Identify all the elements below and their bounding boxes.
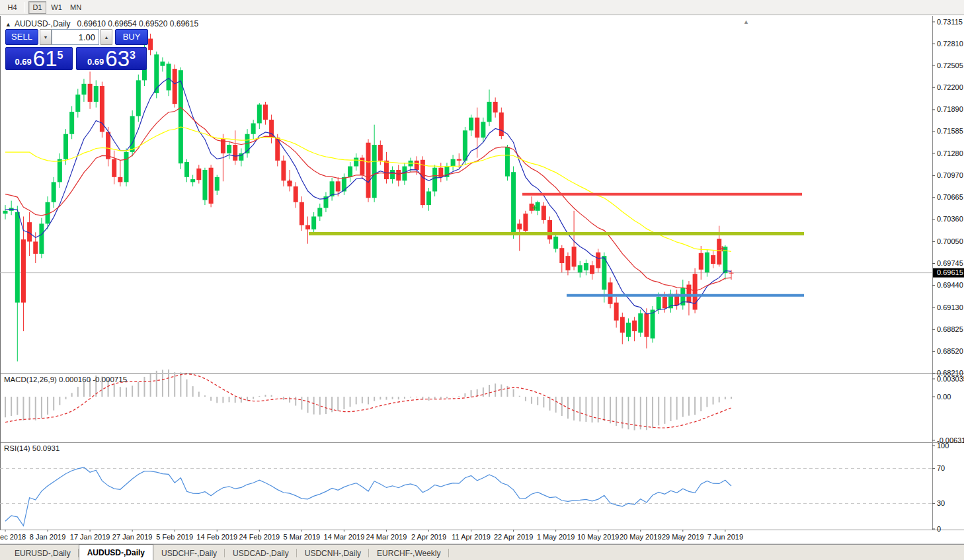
candle [311, 216, 316, 229]
sell-price-main: 61 [33, 49, 58, 69]
candle [88, 84, 93, 102]
date-label: 10 May 2019 [577, 533, 620, 541]
chart-tab-usdcad-daily[interactable]: USDCAD-,Daily [225, 546, 297, 560]
candle [378, 145, 383, 161]
candle [148, 38, 153, 50]
candle [711, 255, 715, 264]
svg-text:0.71280: 0.71280 [937, 149, 963, 157]
buy-price-panel[interactable]: 0.69 63 3 [76, 47, 147, 70]
date-label: 24 Mar 2019 [366, 533, 407, 541]
candle [106, 132, 110, 159]
date-label: 24 Feb 2019 [239, 533, 280, 541]
macd-indicator-label: MACD(12,26,9) 0.000160 -0.000715 [4, 376, 127, 383]
candle [469, 118, 473, 131]
date-label: 5 Mar 2019 [284, 533, 321, 541]
chart-title: ▲AUDUSD-,Daily0.69610 0.69654 0.69520 0.… [5, 19, 198, 28]
toolbar-separator [24, 2, 25, 13]
candle [94, 86, 99, 102]
date-label: 14 Feb 2019 [196, 533, 237, 541]
candle [475, 118, 479, 138]
chart-scroll-marker-icon[interactable]: ▲ [743, 19, 749, 25]
date-label: 8 Jan 2019 [30, 533, 65, 541]
candle [699, 253, 703, 270]
timeframe-button-mn[interactable]: MN [67, 1, 85, 14]
candle [354, 158, 358, 167]
candle [686, 285, 691, 303]
candle [173, 69, 177, 104]
candle [415, 161, 419, 170]
chart-tab-eurusd-daily[interactable]: EURUSD-,Daily [7, 546, 79, 560]
buy-button[interactable]: BUY [115, 29, 148, 45]
candle [620, 317, 625, 333]
candle [69, 112, 74, 134]
svg-text:0.72810: 0.72810 [937, 40, 963, 48]
svg-text:0.70050: 0.70050 [937, 237, 963, 245]
candle [3, 211, 8, 214]
candle [190, 179, 195, 182]
chart-canvas[interactable]: 0.731150.728100.725050.722000.718900.715… [0, 16, 964, 543]
svg-text:0.72200: 0.72200 [937, 83, 963, 91]
volume-increase-button[interactable]: ▲ [100, 29, 112, 45]
svg-text:0.69130: 0.69130 [937, 303, 963, 311]
date-label: 11 Apr 2019 [452, 533, 491, 541]
candle [154, 54, 159, 93]
sell-price-panel[interactable]: 0.69 61 5 [5, 47, 73, 70]
date-label: 30 Dec 2018 [0, 533, 26, 541]
candle [366, 143, 371, 198]
candle [75, 95, 80, 112]
candle [305, 225, 310, 229]
timeframe-toolbar: H4D1W1MN [0, 0, 964, 15]
buy-price-pip: 3 [130, 51, 136, 60]
candle [396, 170, 401, 180]
volume-input[interactable] [52, 29, 99, 45]
svg-text:0.003035: 0.003035 [937, 375, 964, 383]
timeframe-button-h4[interactable]: H4 [3, 1, 21, 14]
candle [15, 212, 20, 303]
tab-separator [448, 549, 449, 557]
svg-text:0.00: 0.00 [937, 393, 951, 401]
candle [215, 177, 220, 191]
timeframe-button-w1[interactable]: W1 [48, 1, 65, 14]
candle [457, 159, 462, 161]
candle [336, 181, 341, 191]
date-label: 14 Mar 2019 [324, 533, 365, 541]
chart-tab-audusd-daily[interactable]: AUDUSD-,Daily [79, 544, 153, 560]
svg-text:0.71890: 0.71890 [937, 105, 963, 113]
svg-text:0.68520: 0.68520 [937, 347, 963, 355]
timeframe-button-d1[interactable]: D1 [28, 1, 46, 14]
symbol-arrow-icon: ▲ [5, 21, 11, 28]
sell-price-pip: 5 [58, 51, 63, 60]
one-click-trade-panel: SELL ▼ ▲ BUY 0.69 61 5 0.69 63 3 [5, 29, 148, 70]
candle [421, 160, 425, 205]
candle [463, 130, 467, 161]
chart-tab-usdcnh-daily[interactable]: USDCNH-,Daily [297, 546, 369, 560]
candle [39, 223, 44, 254]
candle [179, 70, 183, 163]
candle [578, 265, 582, 272]
candle [717, 239, 721, 264]
candle [33, 241, 38, 253]
candle [63, 134, 68, 159]
svg-text:0.68825: 0.68825 [937, 325, 963, 333]
chart-region[interactable]: 0.731150.728100.725050.722000.718900.715… [0, 16, 964, 543]
candle [118, 177, 122, 182]
candle [300, 202, 304, 225]
candle [112, 159, 116, 177]
candle [196, 169, 201, 180]
candle [432, 168, 437, 192]
chart-tab-usdchf-daily[interactable]: USDCHF-,Daily [153, 546, 225, 560]
candle [614, 303, 619, 321]
date-label: 5 Feb 2019 [156, 533, 193, 541]
svg-text:0.70665: 0.70665 [937, 193, 963, 201]
chart-tab-eurchf-weekly[interactable]: EURCHF-,Weekly [369, 546, 448, 560]
candle [505, 147, 510, 176]
candle [251, 123, 256, 134]
date-label: 1 May 2019 [537, 533, 575, 541]
svg-text:0.69440: 0.69440 [937, 281, 963, 289]
candle [608, 282, 613, 304]
candle [559, 248, 564, 263]
svg-text:0.69745: 0.69745 [937, 259, 963, 267]
sell-button[interactable]: SELL [5, 29, 38, 45]
volume-decrease-button[interactable]: ▼ [40, 29, 52, 45]
candle [487, 102, 492, 122]
